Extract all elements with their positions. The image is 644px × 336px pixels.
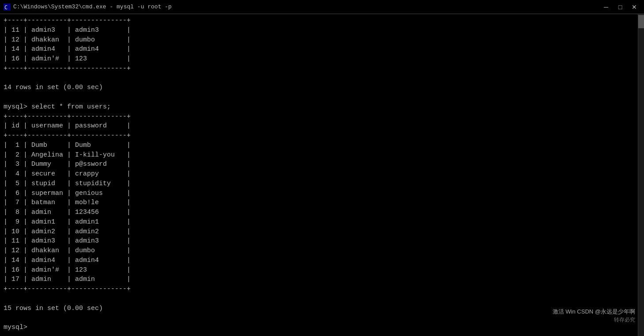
watermark-author: CSDN @永远是少年啊 [577, 308, 635, 315]
window-title: C:\Windows\System32\cmd.exe - mysql -u r… [13, 4, 600, 10]
scrollbar-thumb[interactable] [638, 15, 644, 28]
cmd-window: C C:\Windows\System32\cmd.exe - mysql -u… [0, 0, 644, 336]
title-bar: C C:\Windows\System32\cmd.exe - mysql -u… [0, 0, 644, 14]
window-controls: ─ □ ✕ [600, 2, 640, 12]
minimize-button[interactable]: ─ [600, 2, 612, 12]
scrollbar[interactable] [638, 14, 644, 336]
maximize-button[interactable]: □ [614, 2, 626, 12]
watermark-line2: 转存必究 [553, 316, 635, 324]
watermark: 激活 Win CSDN @永远是少年啊 转存必究 [553, 308, 635, 324]
activate-text: 激活 Win [553, 308, 576, 315]
watermark-line1: 激活 Win CSDN @永远是少年啊 [553, 308, 635, 316]
cmd-icon: C [4, 4, 11, 11]
terminal-output[interactable]: +----+----------+--------------+ | 11 | … [0, 14, 644, 336]
terminal-text: +----+----------+--------------+ | 11 | … [4, 16, 640, 332]
svg-text:C: C [4, 4, 8, 11]
close-button[interactable]: ✕ [628, 2, 640, 12]
